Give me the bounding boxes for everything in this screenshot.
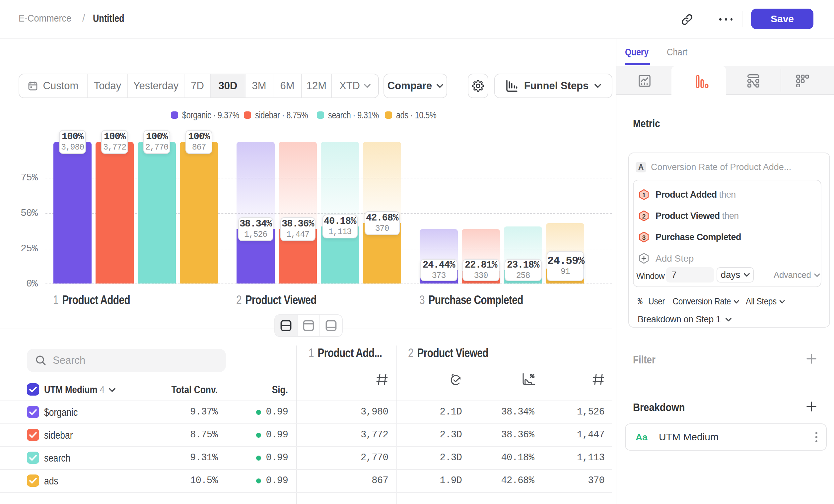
svg-text:1: 1 [642, 192, 646, 199]
svg-text:2: 2 [642, 213, 646, 220]
svg-text:3: 3 [642, 234, 646, 241]
